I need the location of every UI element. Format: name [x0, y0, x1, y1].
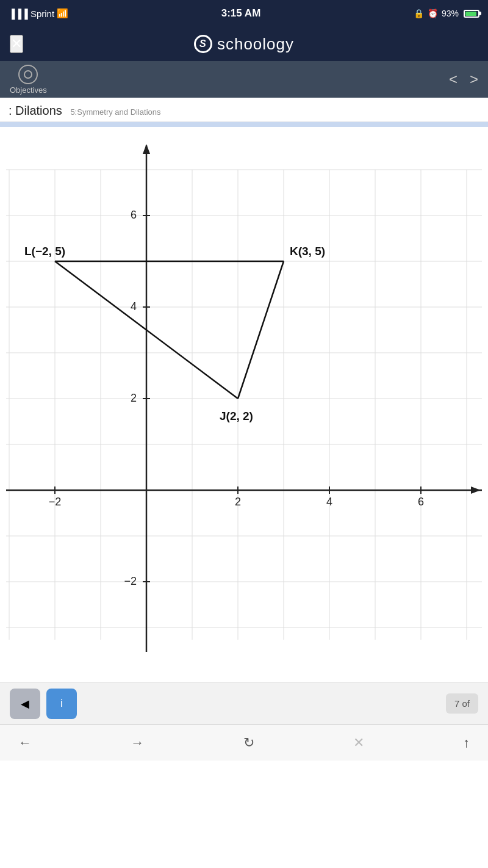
header-logo: S schoology	[194, 35, 294, 54]
x-label-neg2: −2	[49, 496, 62, 508]
objectives-label: Objectives	[10, 85, 47, 95]
accent-line	[0, 122, 488, 127]
app-header: ✕ S schoology	[0, 27, 488, 61]
triangle-edge-kj	[238, 261, 284, 399]
objectives-left: Objectives	[10, 65, 47, 95]
title-subtitle: 5:Symmetry and Dilations	[70, 107, 160, 117]
signal-icon: ▐▐▐	[9, 9, 28, 19]
browser-nav: ← → ↻ ✕ ↑	[0, 724, 488, 761]
coordinate-graph: 6 4 2 −2 −2 2 4 6 L(−2, 5) K(3, 5) J(2, …	[6, 139, 482, 670]
graph-container: 6 4 2 −2 −2 2 4 6 L(−2, 5) K(3, 5) J(2, …	[0, 127, 488, 682]
battery-fill	[465, 12, 476, 16]
y-label-2: 2	[131, 392, 137, 404]
title-prefix: : Dilations	[9, 104, 62, 117]
x-label-2: 2	[235, 496, 241, 508]
browser-share-button[interactable]: ↑	[463, 735, 470, 751]
point-label-j: J(2, 2)	[220, 410, 253, 422]
status-bar: ▐▐▐ Sprint 📶 3:15 AM 🔒 ⏰ 93%	[0, 0, 488, 27]
battery-icon	[464, 10, 479, 18]
wifi-icon: 📶	[57, 8, 68, 19]
x-axis-arrow	[471, 486, 481, 494]
page-title: : Dilations 5:Symmetry and Dilations	[9, 104, 161, 117]
next-arrow[interactable]: >	[470, 71, 478, 88]
status-left: ▐▐▐ Sprint 📶	[9, 8, 68, 19]
logo-circle: S	[194, 35, 212, 53]
browser-refresh-button[interactable]: ↻	[243, 735, 254, 751]
info-icon: i	[60, 697, 63, 710]
y-label-6: 6	[131, 209, 137, 221]
prev-page-icon: ◀	[21, 697, 29, 711]
status-right: 🔒 ⏰ 93%	[414, 9, 479, 18]
toolbar-left: ◀ i	[10, 689, 77, 719]
bottom-toolbar: ◀ i 7 of	[0, 682, 488, 724]
close-button[interactable]: ✕	[10, 35, 23, 53]
page-indicator: 7 of	[446, 693, 478, 714]
title-bar: : Dilations 5:Symmetry and Dilations	[0, 98, 488, 122]
carrier-name: Sprint	[30, 9, 54, 19]
battery-percent: 93%	[442, 9, 459, 18]
browser-forward-button[interactable]: →	[131, 735, 144, 751]
point-label-k: K(3, 5)	[290, 245, 325, 258]
browser-close-button: ✕	[353, 735, 364, 751]
prev-arrow[interactable]: <	[449, 71, 458, 88]
y-label-4: 4	[131, 300, 137, 313]
y-label-neg2: −2	[124, 575, 137, 587]
x-label-6: 6	[418, 496, 424, 508]
app-name: schoology	[217, 35, 294, 54]
prev-page-button[interactable]: ◀	[10, 689, 40, 719]
objectives-bar: Objectives < >	[0, 61, 488, 98]
browser-back-button[interactable]: ←	[18, 735, 32, 751]
alarm-icon: ⏰	[428, 9, 438, 18]
lock-icon: 🔒	[414, 9, 424, 18]
x-label-4: 4	[326, 496, 332, 508]
nav-arrows: < >	[449, 71, 478, 88]
point-label-l: L(−2, 5)	[24, 245, 65, 258]
info-button[interactable]: i	[46, 689, 77, 719]
status-time: 3:15 AM	[221, 7, 261, 20]
y-axis-arrow	[143, 144, 150, 154]
objectives-icon	[18, 65, 38, 84]
